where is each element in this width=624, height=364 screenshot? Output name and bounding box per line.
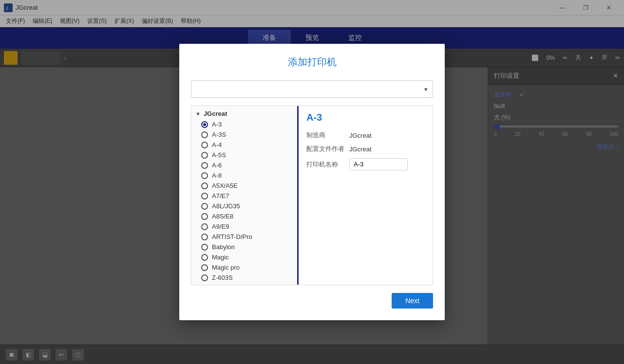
printer-item[interactable]: A8L/JG35 bbox=[191, 201, 297, 211]
printer-item-label: Babylon bbox=[212, 243, 235, 251]
printer-item-label: A-8 bbox=[212, 172, 222, 179]
detail-profile-row: 配置文件作者 JGcreat bbox=[306, 145, 425, 153]
radio-circle bbox=[201, 213, 208, 220]
radio-circle bbox=[201, 193, 208, 200]
dialog-overlay: 添加打印机 ▾ ▼ JGcreat A-3A-3SA-4A-5SA-6A-8A5… bbox=[0, 0, 624, 364]
radio-circle bbox=[201, 142, 208, 148]
printer-item-label: Magic bbox=[212, 254, 229, 261]
printer-item-label: A8L/JG35 bbox=[212, 202, 240, 210]
printer-item[interactable]: Babylon bbox=[191, 242, 297, 252]
radio-circle bbox=[201, 152, 208, 159]
radio-circle bbox=[201, 182, 208, 189]
dialog-title: 添加打印机 bbox=[191, 55, 433, 69]
dropdown-chevron-icon: ▾ bbox=[424, 86, 428, 93]
printer-item-label: A9/E9 bbox=[212, 223, 229, 230]
next-button[interactable]: Next bbox=[392, 293, 433, 309]
radio-circle bbox=[201, 244, 208, 251]
printer-item-label: Magic pro bbox=[212, 264, 240, 271]
printer-item[interactable]: Magic bbox=[191, 252, 297, 262]
printer-item[interactable]: A-4 bbox=[191, 140, 297, 150]
radio-circle bbox=[201, 234, 208, 240]
dialog-footer: Next bbox=[191, 293, 433, 309]
printer-item[interactable]: A-3S bbox=[191, 129, 297, 140]
manufacturer-value: JGcreat bbox=[349, 132, 372, 139]
printer-item-label: A-6 bbox=[212, 162, 222, 169]
printer-list[interactable]: ▼ JGcreat A-3A-3SA-4A-5SA-6A-8A5X/A5EA7/… bbox=[191, 106, 299, 285]
printer-item-label: A-5S bbox=[212, 151, 226, 159]
detail-title: A-3 bbox=[306, 112, 425, 123]
printer-item[interactable]: A-6 bbox=[191, 160, 297, 170]
printer-item-label: Z-603S bbox=[212, 274, 233, 281]
printer-item[interactable]: A5X/A5E bbox=[191, 181, 297, 191]
printer-item[interactable]: A-3 bbox=[191, 119, 297, 129]
radio-circle bbox=[201, 162, 208, 169]
add-printer-dialog: 添加打印机 ▾ ▼ JGcreat A-3A-3SA-4A-5SA-6A-8A5… bbox=[179, 44, 445, 320]
radio-circle bbox=[201, 172, 208, 179]
profile-author-value: JGcreat bbox=[349, 146, 372, 153]
printer-item-label: A8S/E8 bbox=[212, 213, 233, 220]
dialog-body: ▼ JGcreat A-3A-3SA-4A-5SA-6A-8A5X/A5EA7/… bbox=[191, 106, 433, 285]
group-arrow-icon: ▼ bbox=[195, 111, 201, 117]
printer-item[interactable]: A9/E9 bbox=[191, 221, 297, 232]
printer-item-label: A5X/A5E bbox=[212, 182, 238, 189]
group-name: JGcreat bbox=[204, 110, 227, 117]
radio-circle bbox=[201, 121, 208, 128]
radio-circle bbox=[201, 223, 208, 230]
printer-item-label: A-4 bbox=[212, 141, 222, 148]
printer-item-label: A7/E7 bbox=[212, 192, 229, 200]
dialog-dropdown[interactable]: ▾ bbox=[191, 80, 433, 98]
profile-author-label: 配置文件作者 bbox=[306, 145, 345, 153]
manufacturer-label: 制造商 bbox=[306, 131, 345, 140]
printer-item[interactable]: A7/E7 bbox=[191, 191, 297, 201]
printer-detail: A-3 制造商 JGcreat 配置文件作者 JGcreat 打印机名称 bbox=[299, 106, 433, 285]
radio-circle bbox=[201, 264, 208, 271]
printer-group-header[interactable]: ▼ JGcreat bbox=[191, 108, 297, 119]
printer-item[interactable]: ARTIST-D/Pro bbox=[191, 232, 297, 242]
printer-item-label: A-3 bbox=[212, 121, 222, 128]
dialog-dropdown-row: ▾ bbox=[191, 80, 433, 98]
printer-item[interactable]: Magic pro bbox=[191, 262, 297, 273]
radio-circle bbox=[201, 203, 208, 210]
printer-name-label: 打印机名称 bbox=[306, 160, 345, 169]
radio-circle bbox=[201, 131, 208, 138]
detail-printer-name-row: 打印机名称 bbox=[306, 158, 425, 170]
printer-item[interactable]: A8S/E8 bbox=[191, 211, 297, 221]
printer-name-input[interactable] bbox=[349, 158, 408, 170]
detail-manufacturer-row: 制造商 JGcreat bbox=[306, 131, 425, 140]
printer-item[interactable]: A-5S bbox=[191, 150, 297, 160]
printer-item-label: A-3S bbox=[212, 131, 226, 138]
printer-item[interactable]: Z-603S bbox=[191, 273, 297, 283]
printer-item-label: ARTIST-D/Pro bbox=[212, 233, 252, 240]
radio-circle bbox=[201, 274, 208, 281]
printer-item[interactable]: A-8 bbox=[191, 170, 297, 181]
radio-circle bbox=[201, 254, 208, 261]
